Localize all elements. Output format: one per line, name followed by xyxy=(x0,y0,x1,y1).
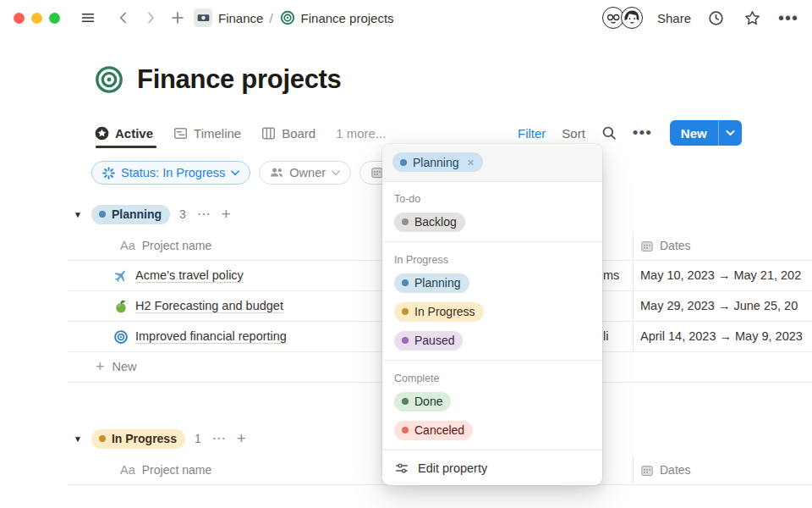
status-filter-dropdown: Planning× To-do Backlog In Progress Plan… xyxy=(382,144,602,485)
search-icon[interactable] xyxy=(601,125,617,141)
status-dot xyxy=(99,435,106,442)
divider xyxy=(382,360,602,361)
project-name-link[interactable]: Acme’s travel policy xyxy=(135,261,244,290)
status-option[interactable]: Planning xyxy=(382,268,602,297)
owner-filter-chip[interactable]: Owner xyxy=(259,161,351,185)
group-count: 3 xyxy=(179,207,186,221)
forward-chevron-icon[interactable] xyxy=(140,7,162,29)
occluded-column xyxy=(602,232,633,260)
status-filter-chip[interactable]: Status: In Progress xyxy=(91,161,250,185)
collapse-triangle-icon[interactable]: ▼ xyxy=(74,210,82,219)
status-dot xyxy=(402,398,409,405)
view-more-icon[interactable]: ••• xyxy=(633,130,652,136)
calendar-icon xyxy=(640,240,654,253)
page-title[interactable]: Finance projects xyxy=(137,64,342,95)
column-header-project-name[interactable]: Project name xyxy=(142,456,211,484)
new-button[interactable]: New xyxy=(670,120,742,146)
divider xyxy=(382,241,602,242)
option-group-label: In Progress xyxy=(382,247,602,268)
breadcrumb-team[interactable]: Finance xyxy=(218,11,263,25)
new-chevron-down-icon[interactable] xyxy=(718,120,742,146)
more-views-link[interactable]: 1 more... xyxy=(336,126,386,141)
status-option[interactable]: Paused xyxy=(382,326,602,355)
people-icon xyxy=(270,167,283,179)
share-button[interactable]: Share xyxy=(657,11,691,25)
occluded-cell-text: ms xyxy=(602,261,633,290)
filter-chips-row: Status: In Progress Owner xyxy=(91,161,425,185)
tab-active[interactable]: Active xyxy=(95,126,153,141)
status-option[interactable]: Done xyxy=(382,387,602,416)
project-name-link[interactable]: H2 Forecasting and budget xyxy=(135,291,283,321)
banknote-icon[interactable] xyxy=(194,8,212,27)
status-spinner-icon xyxy=(102,167,115,179)
status-dot xyxy=(402,427,409,433)
project-name-link[interactable]: Improved financial reporting xyxy=(135,322,287,351)
column-header-project-name[interactable]: Project name xyxy=(142,232,211,260)
plus-icon: + xyxy=(96,352,105,382)
text-type-icon: Aa xyxy=(120,232,135,260)
column-header-dates[interactable]: Dates xyxy=(660,456,691,484)
group-count: 1 xyxy=(195,432,201,445)
status-chip[interactable]: Canceled xyxy=(394,421,473,440)
chevron-down-icon xyxy=(231,170,239,176)
view-toolbar: Filter Sort ••• New xyxy=(518,119,742,146)
star-badge-icon xyxy=(95,126,109,141)
breadcrumb-separator: / xyxy=(269,11,272,25)
status-option[interactable]: In Progress xyxy=(382,297,602,326)
timeline-icon xyxy=(173,126,188,141)
group-more-icon[interactable]: ⋯ xyxy=(197,210,211,218)
column-header-dates[interactable]: Dates xyxy=(660,232,691,260)
window-controls xyxy=(14,13,60,24)
status-option[interactable]: Backlog xyxy=(382,207,602,236)
close-window-button[interactable] xyxy=(14,13,25,24)
dates-cell[interactable]: May 10, 2023 → May 21, 202 xyxy=(633,261,812,290)
chevron-down-icon xyxy=(332,170,340,176)
status-chip[interactable]: Backlog xyxy=(394,213,465,232)
tab-timeline[interactable]: Timeline xyxy=(173,126,241,141)
status-dot xyxy=(402,308,409,315)
maximize-window-button[interactable] xyxy=(49,13,60,24)
apple-icon xyxy=(113,299,129,314)
dates-cell[interactable]: April 14, 2023 → May 9, 2023 xyxy=(633,322,812,351)
remove-tag-icon[interactable]: × xyxy=(468,156,475,169)
target-icon xyxy=(279,7,296,29)
collapse-triangle-icon[interactable]: ▼ xyxy=(74,434,82,444)
group-status-chip[interactable]: Planning xyxy=(91,205,170,224)
avatar[interactable] xyxy=(621,7,643,29)
occluded-column xyxy=(602,456,633,484)
active-tab-underline xyxy=(96,146,156,148)
status-dot xyxy=(99,211,106,218)
status-chip[interactable]: Paused xyxy=(394,331,463,351)
sort-button[interactable]: Sort xyxy=(562,126,585,141)
filter-button[interactable]: Filter xyxy=(518,126,546,141)
group-add-icon[interactable]: + xyxy=(237,434,246,443)
status-dot xyxy=(402,337,409,344)
back-chevron-icon[interactable] xyxy=(112,7,134,29)
status-option[interactable]: Canceled xyxy=(382,416,602,444)
status-chip[interactable]: Planning xyxy=(394,273,469,293)
star-icon[interactable] xyxy=(742,7,764,29)
collaborator-avatars[interactable] xyxy=(602,7,643,29)
selected-tags-input[interactable]: Planning× xyxy=(382,144,602,182)
dates-cell[interactable]: May 29, 2023 → June 25, 20 xyxy=(633,291,812,321)
minimize-window-button[interactable] xyxy=(31,13,42,24)
occluded-cell-text xyxy=(602,291,633,321)
board-icon xyxy=(261,126,276,141)
group-status-chip[interactable]: In Progress xyxy=(91,429,185,449)
occluded-cell-text: li xyxy=(602,322,633,351)
status-chip[interactable]: In Progress xyxy=(394,302,484,322)
new-page-plus-icon[interactable] xyxy=(167,7,189,29)
view-tabs: Active Timeline Board 1 more... xyxy=(95,119,386,146)
breadcrumb-page[interactable]: Finance projects xyxy=(301,11,394,25)
page-target-icon[interactable] xyxy=(95,65,123,94)
group-add-icon[interactable]: + xyxy=(222,210,231,218)
group-more-icon[interactable]: ⋯ xyxy=(212,434,226,443)
selected-tag-chip[interactable]: Planning× xyxy=(392,152,483,172)
clock-icon[interactable] xyxy=(705,7,727,29)
hamburger-icon[interactable] xyxy=(77,7,99,29)
status-chip[interactable]: Done xyxy=(394,392,451,411)
tab-board[interactable]: Board xyxy=(261,126,315,141)
more-options-icon[interactable]: ••• xyxy=(778,14,798,22)
edit-property-button[interactable]: Edit property xyxy=(382,450,602,485)
option-group-label: Complete xyxy=(382,366,602,387)
